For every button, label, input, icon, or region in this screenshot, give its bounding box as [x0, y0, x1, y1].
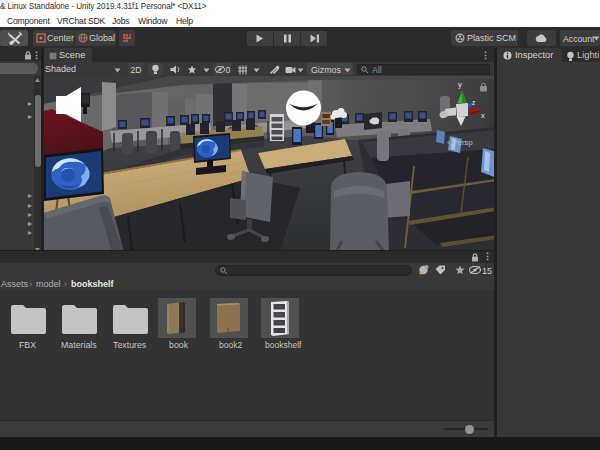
- svg-text:y: y: [458, 80, 462, 89]
- svg-text:x: x: [481, 111, 485, 120]
- svg-text:‹ Persp: ‹ Persp: [447, 138, 473, 147]
- svg-text:z: z: [472, 99, 475, 106]
